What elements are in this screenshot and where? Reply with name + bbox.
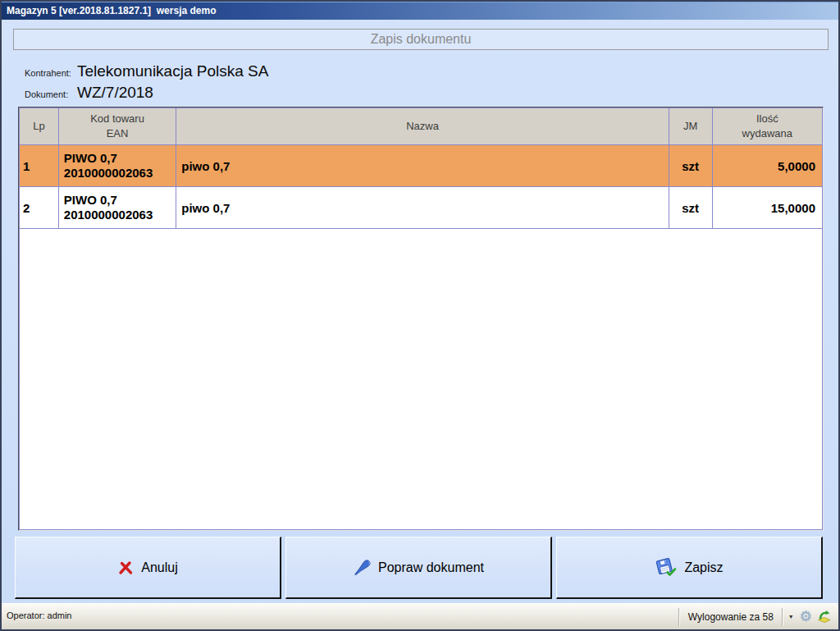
zapisz-button[interactable]: Zapisz [556,537,823,599]
statusbar-separator [782,608,783,626]
app-window: Magazyn 5 [ver.2018.81.1827.1] wersja de… [0,0,840,631]
red-x-icon [117,560,134,576]
table-row[interactable]: 1 PIWO 0,7 2010000002063 piwo 0,7 szt 5,… [20,145,822,187]
items-grid-inner: Lp Kod towaru EAN Nazwa JM Ilość wy [19,107,823,530]
logout-timer[interactable]: Wylogowanie za 58 [683,611,778,623]
dokument-value: WZ/7/2018 [77,84,153,102]
column-header-jm[interactable]: JM [669,108,713,145]
kontrahent-label: Kontrahent: [25,68,71,78]
column-header-ilosc-wydawana[interactable]: Ilość wydawana [713,108,822,145]
popraw-dokument-button[interactable]: Popraw dokument [285,537,552,599]
cell-ean-line: 2010000002063 [64,208,176,222]
save-disk-check-icon [655,557,677,578]
statusbar-right-group: Wylogowanie za 58 ▼ ⚙ [675,604,833,629]
logout-exit-icon[interactable] [816,610,832,624]
cell-ean-line: 2010000002063 [64,166,176,181]
dropdown-arrow-icon[interactable]: ▼ [788,614,794,620]
grid-rows: 1 PIWO 0,7 2010000002063 piwo 0,7 szt 5,… [20,145,822,229]
page-title: Zapis dokumentu [13,29,829,50]
grid-header-row: Lp Kod towaru EAN Nazwa JM Ilość wy [20,108,822,145]
items-grid: Lp Kod towaru EAN Nazwa JM Ilość wy [18,107,824,531]
dokument-label: Dokument: [25,89,68,99]
statusbar-separator [678,608,680,626]
cell-kod-line: PIWO 0,7 [64,151,176,166]
cell-lp: 1 [20,145,59,187]
cell-ilosc-wydawana: 5,0000 [713,145,822,187]
popraw-dokument-label: Popraw dokument [378,560,484,575]
cell-jm: szt [669,187,713,229]
operator-status: Operator: admin [7,610,71,620]
anuluj-label: Anuluj [141,560,177,575]
cell-jm: szt [669,145,713,187]
cell-lp: 2 [20,187,59,229]
anuluj-button[interactable]: Anuluj [15,537,281,599]
cell-nazwa: piwo 0,7 [176,145,669,187]
pen-icon [353,560,371,576]
zapisz-label: Zapisz [684,560,723,575]
cell-kod-towaru-ean: PIWO 0,7 2010000002063 [59,187,176,229]
cell-kod-towaru-ean: PIWO 0,7 2010000002063 [59,145,176,187]
statusbar: Operator: admin Wylogowanie za 58 ▼ ⚙ [2,603,838,629]
window-title: Magazyn 5 [ver.2018.81.1827.1] wersja de… [2,5,216,16]
cell-ilosc-wydawana: 15,0000 [713,187,822,229]
gear-icon[interactable]: ⚙ [800,610,812,624]
cell-nazwa: piwo 0,7 [176,187,669,229]
titlebar[interactable]: Magazyn 5 [ver.2018.81.1827.1] wersja de… [2,2,838,20]
column-header-nazwa[interactable]: Nazwa [176,108,669,145]
column-header-kod-towaru-ean[interactable]: Kod towaru EAN [59,108,176,145]
table-row[interactable]: 2 PIWO 0,7 2010000002063 piwo 0,7 szt 15… [20,187,822,229]
kontrahent-value: Telekomunikacja Polska SA [77,62,268,80]
cell-kod-line: PIWO 0,7 [64,193,176,208]
column-header-lp[interactable]: Lp [20,108,59,145]
